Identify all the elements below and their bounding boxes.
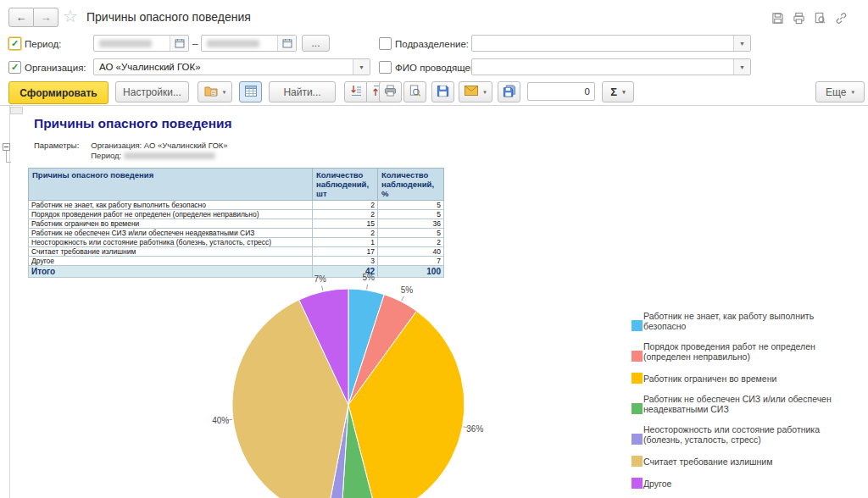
find-button[interactable]: Найти...: [269, 81, 336, 102]
favorite-star-icon[interactable]: ☆: [63, 6, 78, 26]
more-button[interactable]: Еще ▾: [815, 81, 865, 102]
report-table: Причины опасного поведения Количество на…: [28, 168, 444, 278]
window-action-icons: [771, 12, 848, 25]
range-dash: –: [192, 38, 198, 48]
department-combo[interactable]: ▼: [471, 35, 751, 52]
pie-percent-label: 5%: [401, 285, 414, 295]
sheet-left-border: [9, 106, 10, 498]
organization-label: Организация:: [25, 63, 86, 73]
minus-icon: [4, 147, 8, 147]
print-icon: [384, 85, 397, 99]
group-collapse-toggle[interactable]: [3, 143, 10, 151]
group-bracket-line: [6, 151, 11, 163]
col-header-reason: Причины опасного поведения: [29, 169, 313, 201]
col-header-count: Количество наблюдений, шт: [313, 169, 378, 201]
period-to-masked-value: [207, 40, 259, 47]
app-window: { "window": { "title": "Причины опасного…: [0, 0, 868, 498]
nav-history-group: ← →: [8, 8, 58, 27]
print-icon[interactable]: [793, 12, 805, 25]
period-from-masked-value: [99, 40, 152, 47]
table-row: Неосторожность или состояние работника (…: [29, 238, 444, 247]
legend-label: Неосторожность или состояние работника (…: [643, 425, 837, 445]
forward-arrow-icon: →: [41, 11, 52, 24]
fio-value: [472, 59, 733, 75]
mail-icon: [465, 86, 478, 98]
save-copy-button[interactable]: [498, 81, 520, 102]
table-grid-button[interactable]: [239, 81, 262, 102]
preview-button[interactable]: [403, 81, 426, 102]
period-label: Период:: [25, 39, 62, 49]
chevron-down-icon: ▾: [622, 89, 626, 96]
toolbar-separator: [0, 105, 868, 106]
expand-groups-button[interactable]: [344, 81, 367, 102]
table-grid-icon: [245, 86, 257, 99]
pie-percent-label: 5%: [363, 273, 376, 282]
department-checkbox[interactable]: [379, 37, 392, 50]
legend-swatch: [632, 478, 643, 489]
legend-label: Порядок проведения работ не определен (о…: [643, 342, 837, 362]
table-row: Работник ограничен во времени1536: [29, 219, 444, 229]
back-arrow-icon: ←: [16, 11, 27, 24]
legend-label: Работник не знает, как работу выполнить …: [643, 312, 837, 331]
table-row: Работник не обеспечен СИЗ и/или обеспече…: [29, 229, 444, 238]
legend-item: Другое: [632, 478, 843, 489]
organization-combo[interactable]: АО «Учалинский ГОК» ▼: [93, 58, 370, 75]
period-to-input[interactable]: [201, 35, 297, 52]
preview-icon[interactable]: [814, 12, 826, 25]
save-icon[interactable]: [771, 12, 784, 25]
counter-input[interactable]: 0: [527, 82, 595, 101]
more-label: Еще: [826, 86, 846, 98]
param-organization: Организация: АО «Учалинский ГОК»: [91, 141, 227, 150]
period-masked-value: [124, 152, 215, 159]
chart-legend: Работник не знает, как работу выполнить …: [632, 312, 843, 489]
fio-label: ФИО проводящего:: [395, 63, 482, 73]
link-icon[interactable]: [835, 12, 848, 25]
table-header-row: Причины опасного поведения Количество на…: [29, 169, 444, 201]
page-title: Причины опасного поведения: [86, 10, 251, 24]
pie-percent-label: 36%: [466, 424, 483, 434]
legend-item: Считает требование излишним: [632, 456, 843, 467]
print-button[interactable]: [379, 81, 402, 102]
legend-swatch: [632, 373, 643, 384]
chevron-down-icon[interactable]: ▼: [733, 59, 750, 75]
department-value: [472, 36, 733, 51]
legend-label: Считает требование излишним: [643, 457, 772, 468]
legend-label: Работник не обеспечен СИЗ и/или обеспече…: [643, 395, 837, 414]
expand-groups-icon: [350, 85, 362, 99]
period-checkbox[interactable]: ✓: [8, 37, 21, 50]
forward-button[interactable]: →: [34, 8, 58, 27]
settings-button[interactable]: Настройки...: [115, 81, 189, 102]
chevron-down-icon: ▾: [223, 89, 226, 96]
preview-icon: [409, 85, 421, 100]
sum-icon: Σ: [610, 86, 617, 98]
period-more-button[interactable]: ...: [302, 35, 330, 52]
report-table-body: Работник не знает, как работу выполнить …: [29, 201, 444, 266]
report-title: Причины опасного поведения: [34, 116, 232, 131]
save-button[interactable]: [431, 81, 454, 102]
organization-checkbox[interactable]: ✓: [8, 61, 21, 74]
legend-item: Порядок проведения работ не определен (о…: [632, 342, 843, 362]
report-variants-button[interactable]: ▾: [198, 81, 232, 102]
legend-swatch: [632, 351, 643, 362]
legend-swatch: [632, 434, 643, 445]
period-from-input[interactable]: [93, 35, 189, 52]
calendar-icon[interactable]: [170, 36, 188, 51]
calendar-icon[interactable]: [277, 36, 296, 51]
param-period: Период:: [91, 151, 227, 160]
chevron-down-icon[interactable]: ▼: [353, 59, 370, 75]
fio-checkbox[interactable]: [379, 61, 392, 74]
fio-combo[interactable]: ▼: [471, 58, 751, 75]
report-parameters: Параметры: Организация: АО «Учалинский Г…: [34, 141, 228, 160]
table-row: Работник не знает, как работу выполнить …: [29, 201, 444, 210]
chevron-down-icon[interactable]: ▼: [733, 36, 750, 51]
params-label: Параметры:: [34, 141, 79, 160]
sum-button[interactable]: Σ ▾: [602, 81, 634, 102]
table-row: Порядок проведения работ не определен (о…: [29, 210, 444, 219]
legend-swatch: [632, 403, 643, 414]
save-copy-icon: [503, 85, 516, 100]
back-button[interactable]: ←: [8, 8, 34, 27]
send-mail-button[interactable]: ▾: [459, 81, 492, 102]
generate-button[interactable]: Сформировать: [8, 81, 108, 104]
pie-chart: 5%5%36%5%2%40%7%: [195, 264, 509, 498]
pie-label-tick: [402, 296, 404, 301]
